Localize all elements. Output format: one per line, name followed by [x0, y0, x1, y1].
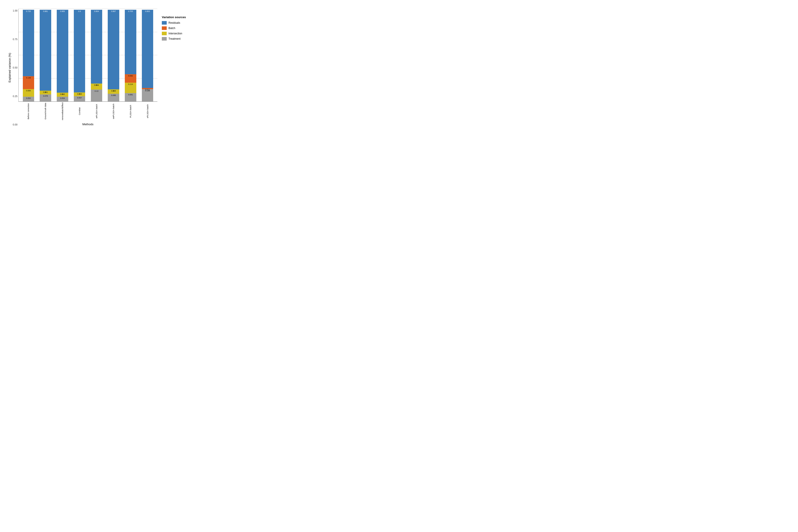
stacked-bar: 0.0540.04200.905	[57, 10, 68, 101]
bar-segment-intersection: 0.042	[57, 93, 68, 96]
legend-color-batch	[162, 26, 167, 30]
x-tick-label: Before correction	[21, 102, 36, 122]
x-axis-labels: Before correctionGround-truth dataremove…	[18, 102, 157, 122]
legend-label-batch: Batch	[169, 26, 175, 30]
bar-segment-intersection: 0.084	[23, 89, 34, 97]
bar-label-treatment: 0.057	[74, 97, 86, 99]
bar-label-intersection: 0.084	[23, 90, 34, 92]
legend-label-treatment: Treatment	[169, 37, 180, 40]
legend-item-intersection: Intersection	[162, 32, 193, 35]
bar-label-residuals: 0.881	[40, 10, 51, 13]
legend-label-residuals: Residuals	[169, 21, 180, 24]
y-tick: 0.75	[13, 38, 18, 41]
bar-group: 0.0910.1140.0920.703	[123, 10, 138, 101]
stacked-bar: 0.0910.1140.0920.703	[125, 10, 136, 101]
bar-label-treatment: 0.078	[40, 95, 51, 97]
bar-label-treatment: 0.091	[125, 94, 136, 96]
bar-segment-intersection: 0.066	[91, 83, 102, 90]
y-axis-label: Explained variance (%)	[7, 9, 11, 126]
bar-label-intersection: 0.048	[108, 90, 119, 92]
bar-group: 0.130.06600.804	[89, 10, 104, 101]
bar-group: 0.1360.0110.853	[140, 10, 155, 101]
x-tick-label: swPLSDA-batch	[106, 102, 121, 122]
bar-label-residuals: 0.703	[125, 10, 136, 13]
bar-group: 0.0850.04800.867	[106, 10, 121, 101]
chart-container: Explained variance (%) 1.000.750.500.250…	[4, 4, 195, 129]
bar-label-batch: 0.092	[125, 75, 136, 77]
bar-label-treatment: 0.13	[91, 90, 102, 92]
x-tick-label: Ground-truth data	[38, 102, 53, 122]
x-axis-title: Methods	[18, 122, 157, 126]
legend-color-treatment	[162, 37, 167, 41]
y-axis-ticks: 1.000.750.500.250.00	[11, 9, 18, 126]
bar-group: 0.0520.0840.1390.725	[21, 10, 36, 101]
bar-segment-residuals: 0.804	[91, 10, 102, 83]
bar-label-treatment: 0.136	[142, 90, 153, 92]
bar-segment-treatment: 0.054	[57, 97, 68, 101]
legend-item-residuals: Residuals	[162, 21, 193, 25]
bar-label-residuals: 0.905	[57, 10, 68, 13]
bar-label-intersection: 0.114	[125, 83, 136, 86]
bar-segment-intersection: 0.114	[125, 83, 136, 93]
bar-segment-treatment: 0.078	[40, 94, 51, 101]
chart-title-y: Explained variance (%) 1.000.750.500.250…	[7, 9, 157, 126]
stacked-bar: 0.0780.04100.881	[40, 10, 51, 101]
x-tick-label: ComBat	[72, 102, 87, 122]
bar-segment-residuals: 0.881	[40, 10, 51, 91]
x-tick-label: removeBatchEffect	[55, 102, 70, 122]
bar-segment-intersection: 0.043	[74, 92, 86, 96]
bar-label-intersection: 0.042	[57, 93, 68, 95]
bar-label-treatment: 0.052	[23, 97, 34, 99]
plot-and-x: 0.0520.0840.1390.7250.0780.04100.8810.05…	[18, 9, 157, 126]
y-tick: 0.00	[13, 123, 18, 126]
bar-label-residuals: 0.9	[74, 10, 86, 13]
legend-area: Variation sources ResidualsBatchIntersec…	[157, 9, 193, 126]
bar-group: 0.0540.04200.905	[55, 10, 70, 101]
bar-label-batch: 0.139	[23, 77, 34, 79]
legend-item-treatment: Treatment	[162, 37, 193, 41]
legend-color-residuals	[162, 21, 167, 25]
legend-title: Variation sources	[162, 16, 193, 19]
bar-group: 0.0780.04100.881	[38, 10, 53, 101]
bar-segment-batch: 0.139	[23, 76, 34, 89]
bar-group: 0.0570.04300.9	[72, 10, 87, 101]
stacked-bar: 0.0570.04300.9	[74, 10, 86, 101]
stacked-bar: 0.0850.04800.867	[108, 10, 119, 101]
chart-area: Explained variance (%) 1.000.750.500.250…	[7, 9, 157, 126]
y-tick: 0.25	[13, 95, 18, 97]
bar-segment-intersection: 0.041	[40, 91, 51, 94]
bar-segment-residuals: 0.867	[108, 10, 119, 89]
bar-segment-intersection: 0.048	[108, 89, 119, 94]
bar-segment-treatment: 0.057	[74, 96, 86, 101]
bar-segment-residuals: 0.905	[57, 10, 68, 93]
plot-area: 0.0520.0840.1390.7250.0780.04100.8810.05…	[18, 9, 157, 102]
bar-segment-residuals: 0.725	[23, 10, 34, 76]
bar-segment-treatment: 0.085	[108, 94, 119, 101]
grid-line	[19, 8, 157, 9]
bar-label-residuals: 0.804	[91, 10, 102, 13]
bar-label-treatment: 0.054	[57, 97, 68, 99]
bar-label-residuals: 0.725	[23, 10, 34, 13]
bar-label-treatment: 0.085	[108, 94, 119, 96]
stacked-bar: 0.1360.0110.853	[142, 10, 153, 101]
bar-label-intersection: 0.066	[91, 84, 102, 86]
bar-segment-batch: 0.092	[125, 74, 136, 83]
y-tick: 0.50	[13, 66, 18, 69]
bar-segment-treatment: 0.052	[23, 97, 34, 101]
bar-label-residuals: 0.867	[108, 10, 119, 13]
legend-label-intersection: Intersection	[169, 32, 182, 35]
bar-segment-treatment: 0.136	[142, 89, 153, 101]
legend-item-batch: Batch	[162, 26, 193, 30]
stacked-bar: 0.0520.0840.1390.725	[23, 10, 34, 101]
x-tick-label: wPLSDA-batch	[89, 102, 104, 122]
stacked-bar: 0.130.06600.804	[91, 10, 102, 101]
bar-segment-treatment: 0.13	[91, 90, 102, 101]
bar-segment-residuals: 0.703	[125, 10, 136, 74]
bar-label-intersection: 0.041	[40, 91, 51, 93]
bar-segment-residuals: 0.853	[142, 10, 153, 88]
bar-label-intersection: 0.043	[74, 93, 86, 95]
legend-color-intersection	[162, 32, 167, 35]
x-tick-label: PLSDA-batch	[123, 102, 138, 122]
bar-segment-batch: 0.011	[142, 88, 153, 89]
x-tick-label: sPLSDA-batch	[140, 102, 155, 122]
